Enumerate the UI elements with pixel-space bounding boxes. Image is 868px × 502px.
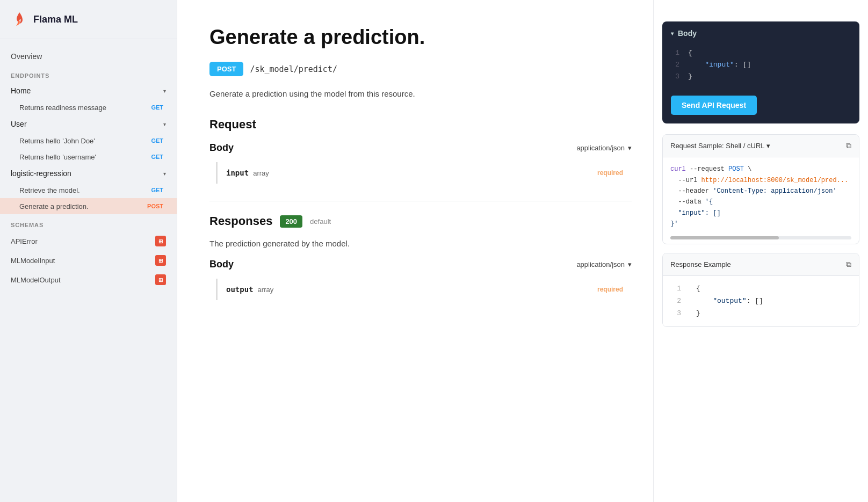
horizontal-scrollbar[interactable] (670, 236, 851, 239)
main-content: Generate a prediction. POST /sk_model/pr… (177, 0, 653, 502)
request-body-title: Body (209, 142, 234, 154)
request-heading: Request (209, 118, 632, 132)
curl-line-4: --data '{ (670, 197, 851, 207)
code-brace-close: } (688, 71, 692, 83)
curl-line-6: }' (670, 219, 851, 229)
method-get-badge: GET (148, 136, 166, 145)
sidebar-item-overview[interactable]: Overview (0, 48, 177, 65)
nav-item-label: Retrieve the model. (19, 186, 80, 194)
nav-group-user[interactable]: User ▾ (0, 115, 177, 133)
chevron-down-icon: ▾ (163, 121, 166, 127)
response-example-code: 1 { 2 "output": [] 3 } (663, 276, 859, 326)
sidebar-header: Flama ML (0, 0, 177, 39)
chevron-down-icon: ▾ (766, 142, 770, 150)
method-get-badge: GET (148, 103, 166, 112)
nav-item-label: Generate a prediction. (19, 202, 89, 210)
input-field-row: input array required (216, 162, 632, 184)
method-get-badge: GET (148, 152, 166, 161)
copy-icon[interactable]: ⧉ (846, 141, 851, 150)
send-api-request-button[interactable]: Send API Request (671, 96, 757, 115)
right-panel: ▾ Body 1 { 2 "input": [] 3 } Send API Re… (653, 0, 868, 502)
chevron-down-icon: ▾ (628, 144, 632, 152)
schema-item-label: MLModelInput (11, 257, 55, 265)
sidebar-nav: Overview ENDPOINTS Home ▾ Returns readin… (0, 39, 177, 298)
field-left: input array (226, 169, 269, 177)
curl-line-1: curl --request POST \ (670, 164, 851, 174)
field-type: array (253, 169, 269, 177)
code-line-3: 3 } (671, 71, 851, 83)
resp-brace-open: { (696, 282, 700, 295)
field-required: required (597, 169, 623, 177)
request-body-header: Body application/json ▾ (209, 142, 632, 154)
status-200-badge: 200 (280, 215, 302, 228)
request-sample-label: Request Sample: Shell / cURL (670, 142, 764, 150)
chevron-down-icon: ▾ (628, 260, 632, 268)
resp-brace-close: } (696, 307, 700, 319)
response-example-header: Response Example ⧉ (663, 253, 859, 276)
line-number: 3 (670, 307, 681, 319)
output-field-row: output array required (216, 279, 632, 300)
endpoints-section-label: ENDPOINTS (0, 65, 177, 82)
method-post-badge: POST (144, 202, 166, 210)
nav-group-user-label: User (11, 120, 27, 128)
field-name: output (226, 285, 254, 294)
chevron-down-icon: ▾ (163, 171, 166, 177)
nav-group-logistic-regression[interactable]: logistic-regression ▾ (0, 165, 177, 182)
nav-item-label: Returns hello 'John Doe' (19, 137, 95, 145)
body-panel: ▾ Body 1 { 2 "input": [] 3 } Send API Re… (662, 21, 859, 123)
content-type-selector[interactable]: application/json ▾ (576, 144, 632, 152)
response-description: The prediction generated by the model. (209, 239, 632, 248)
nav-item-retrieve-model[interactable]: Retrieve the model. GET (0, 182, 177, 198)
nav-item-label: Returns hello 'username' (19, 153, 96, 161)
sample-panel-title[interactable]: Request Sample: Shell / cURL ▾ (670, 142, 770, 150)
nav-item-generate-prediction[interactable]: Generate a prediction. POST (0, 198, 177, 214)
response-content-type-label: application/json (576, 260, 625, 268)
sample-panel-header: Request Sample: Shell / cURL ▾ ⧉ (663, 135, 859, 157)
curl-line-2: --url http://localhost:8000/sk_model/pre… (670, 175, 851, 186)
body-code-block: 1 { 2 "input": [] 3 } (662, 43, 859, 89)
curl-line-5: "input": [] (670, 208, 851, 219)
schema-icon: ⊞ (155, 236, 166, 246)
request-body-section: Body application/json ▾ input array requ… (209, 142, 632, 184)
schema-icon: ⊞ (155, 255, 166, 266)
responses-header: Responses 200 default (209, 214, 632, 228)
nav-group-home[interactable]: Home ▾ (0, 82, 177, 99)
field-left: output array (226, 285, 273, 294)
response-content-type-selector[interactable]: application/json ▾ (576, 260, 632, 268)
code-brace-open: { (688, 47, 692, 59)
code-content: "input": [] (688, 59, 751, 71)
section-divider (209, 201, 632, 201)
resp-code-line-2: 2 "output": [] (670, 295, 851, 307)
post-method-badge: POST (209, 62, 243, 76)
copy-icon[interactable]: ⧉ (846, 260, 851, 269)
nav-group-logistic-regression-label: logistic-regression (11, 169, 71, 178)
page-description: Generate a prediction using the model fr… (209, 89, 632, 98)
sidebar: Flama ML Overview ENDPOINTS Home ▾ Retur… (0, 0, 177, 502)
line-number: 3 (671, 71, 679, 83)
schema-item-apierror[interactable]: APIError ⊞ (0, 231, 177, 251)
schema-item-mlmodeloutput[interactable]: MLModelOutput ⊞ (0, 270, 177, 289)
page-title: Generate a prediction. (209, 26, 632, 49)
response-body-section: Body application/json ▾ output array req… (209, 259, 632, 300)
nav-group-home-label: Home (11, 86, 31, 95)
nav-item-hello-john[interactable]: Returns hello 'John Doe' GET (0, 133, 177, 149)
chevron-icon: ▾ (671, 31, 674, 37)
line-number: 1 (671, 47, 679, 59)
schemas-section-label: SCHEMAS (0, 214, 177, 231)
endpoint-badge-row: POST /sk_model/predict/ (209, 62, 632, 76)
response-example-panel: Response Example ⧉ 1 { 2 "output": [] 3 … (662, 253, 859, 327)
schema-item-mlmodelinput[interactable]: MLModelInput ⊞ (0, 251, 177, 270)
chevron-down-icon: ▾ (163, 88, 166, 94)
content-type-label: application/json (576, 144, 625, 152)
response-example-title: Response Example (670, 260, 731, 268)
scrollbar-thumb (670, 236, 779, 239)
nav-item-hello-username[interactable]: Returns hello 'username' GET (0, 149, 177, 165)
code-line-2: 2 "input": [] (671, 59, 851, 71)
response-body-title: Body (209, 259, 234, 270)
endpoint-path: /sk_model/predict/ (250, 64, 337, 74)
field-name: input (226, 169, 249, 177)
body-panel-title: Body (678, 29, 697, 38)
curl-line-3: --header 'Content-Type: application/json… (670, 186, 851, 197)
flame-icon (11, 11, 28, 28)
nav-item-readiness[interactable]: Returns readiness message GET (0, 99, 177, 115)
